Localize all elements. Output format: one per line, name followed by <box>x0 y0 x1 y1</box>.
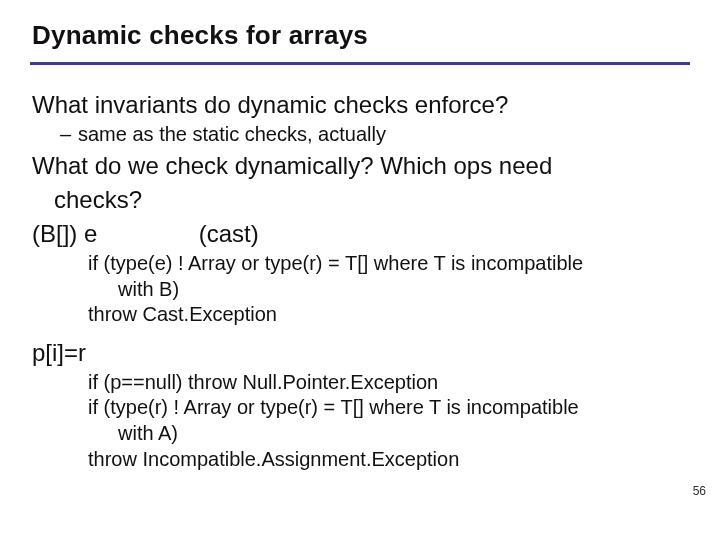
assign-check-line-2b: with A) <box>32 421 682 447</box>
cast-check-line-1b: with B) <box>32 277 682 303</box>
question-1-answer-text: same as the static checks, actually <box>78 123 386 145</box>
question-1: What invariants do dynamic checks enforc… <box>32 90 682 120</box>
bullet-dash: – <box>60 122 71 147</box>
cast-label: (cast) <box>199 220 259 247</box>
assign-check-line-1: if (p==null) throw Null.Pointer.Exceptio… <box>32 370 682 396</box>
slide: Dynamic checks for arrays What invariant… <box>0 0 720 540</box>
question-1-answer: – same as the static checks, actually <box>32 122 682 147</box>
question-2-line-2: checks? <box>32 185 682 215</box>
cast-check-line-1: if (type(e) ! Array or type(r) = T[] whe… <box>32 251 682 277</box>
assign-check-line-2: if (type(r) ! Array or type(r) = T[] whe… <box>32 395 682 421</box>
title-underline <box>30 62 690 65</box>
question-2-line-1: What do we check dynamically? Which ops … <box>32 151 682 181</box>
assign-check-line-3: throw Incompatible.Assignment.Exception <box>32 447 682 473</box>
cast-check-line-2: throw Cast.Exception <box>32 302 682 328</box>
cast-expr: (B[]) e <box>32 219 192 249</box>
assign-expr: p[i]=r <box>32 338 682 368</box>
cast-expr-row: (B[]) e (cast) <box>32 219 682 249</box>
page-number: 56 <box>693 484 706 498</box>
slide-body: What invariants do dynamic checks enforc… <box>32 86 682 472</box>
slide-title: Dynamic checks for arrays <box>32 20 368 51</box>
